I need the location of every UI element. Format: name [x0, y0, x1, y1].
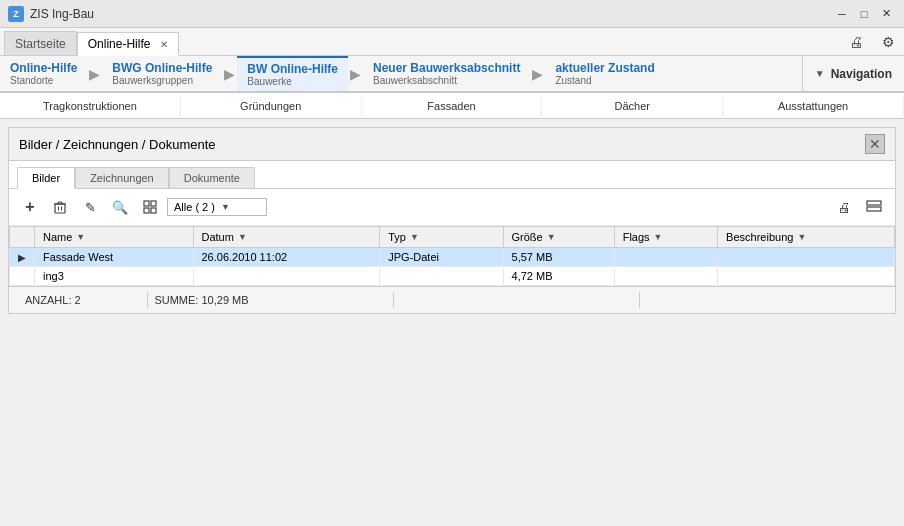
nav-item-3-label: Neuer Bauwerksabschnitt — [373, 61, 520, 75]
nav-arrow-1: ▶ — [222, 56, 237, 91]
row-name-1: ing3 — [35, 267, 194, 286]
inner-tab-dokumente[interactable]: Dokumente — [169, 167, 255, 188]
svg-rect-1 — [144, 201, 149, 206]
edit-file-button[interactable]: ✎ — [77, 195, 103, 219]
nav-item-2-label: BW Online-Hilfe — [247, 62, 338, 76]
nav-arrow-2: ▶ — [348, 56, 363, 91]
nav-item-1-label: BWG Online-Hilfe — [112, 61, 212, 75]
print-file-button[interactable]: 🖨 — [831, 195, 857, 219]
table-row[interactable]: ▶ Fassade West 26.06.2010 11:02 JPG-Date… — [10, 248, 895, 267]
nav-item-2[interactable]: BW Online-Hilfe Bauwerke — [237, 56, 348, 91]
secondary-nav: Tragkonstruktionen Gründungen Fassaden D… — [0, 93, 904, 119]
nav-item-0-sub: Standorte — [10, 75, 77, 86]
title-bar: Z ZIS Ing-Bau ─ □ ✕ — [0, 0, 904, 28]
add-file-button[interactable]: + — [17, 195, 43, 219]
col-name-header[interactable]: Name ▼ — [35, 227, 194, 248]
col-flags-label: Flags — [623, 231, 650, 243]
table-container: Name ▼ Datum ▼ Typ ▼ — [9, 226, 895, 286]
footer-summe: SUMME: 10,29 MB — [148, 292, 393, 308]
inner-tab-bar: Bilder Zeichnungen Dokumente — [9, 161, 895, 189]
col-beschreibung-header[interactable]: Beschreibung ▼ — [718, 227, 895, 248]
col-typ-sort: ▼ — [410, 232, 419, 242]
row-expand-1 — [10, 267, 35, 286]
row-expand-0: ▶ — [10, 248, 35, 267]
main-area: Bilder / Zeichnungen / Dokumente ✕ Bilde… — [8, 127, 896, 314]
tab-online-hilfe-close[interactable]: ✕ — [160, 39, 168, 50]
sec-nav-item-3[interactable]: Dächer — [542, 96, 723, 116]
col-datum-label: Datum — [202, 231, 234, 243]
dialog-close-button[interactable]: ✕ — [865, 134, 885, 154]
nav-breadcrumb: Online-Hilfe Standorte ▶ BWG Online-Hilf… — [0, 56, 802, 91]
svg-rect-3 — [144, 208, 149, 213]
svg-rect-0 — [55, 204, 65, 213]
col-groesse-sort: ▼ — [547, 232, 556, 242]
col-name-sort: ▼ — [76, 232, 85, 242]
dialog-title-text: Bilder / Zeichnungen / Dokumente — [19, 137, 216, 152]
app-icon: Z — [8, 6, 24, 22]
sec-nav-item-1[interactable]: Gründungen — [181, 96, 362, 116]
title-bar-left: Z ZIS Ing-Bau — [8, 6, 94, 22]
search-file-button[interactable]: 🔍 — [107, 195, 133, 219]
col-typ-label: Typ — [388, 231, 406, 243]
row-typ-1 — [380, 267, 503, 286]
filter-dropdown-arrow: ▼ — [221, 202, 230, 212]
nav-item-1[interactable]: BWG Online-Hilfe Bauwerksgruppen — [102, 56, 222, 91]
tab-startseite[interactable]: Startseite — [4, 31, 77, 55]
nav-item-0-label: Online-Hilfe — [10, 61, 77, 75]
grid2-button[interactable] — [861, 195, 887, 219]
inner-tab-bilder[interactable]: Bilder — [17, 167, 75, 189]
nav-item-3-sub: Bauwerksabschnitt — [373, 75, 520, 86]
col-flags-sort: ▼ — [654, 232, 663, 242]
tab-online-hilfe[interactable]: Online-Hilfe ✕ — [77, 32, 180, 56]
row-flags-0 — [614, 248, 717, 267]
col-datum-header[interactable]: Datum ▼ — [193, 227, 380, 248]
delete-file-button[interactable] — [47, 195, 73, 219]
nav-item-4-label: aktueller Zustand — [555, 61, 654, 75]
tab-online-hilfe-label: Online-Hilfe — [88, 37, 151, 51]
app-title: ZIS Ing-Bau — [30, 7, 94, 21]
col-groesse-header[interactable]: Größe ▼ — [503, 227, 614, 248]
col-flags-header[interactable]: Flags ▼ — [614, 227, 717, 248]
sec-nav-item-2[interactable]: Fassaden — [362, 96, 543, 116]
navigation-button[interactable]: ▼ Navigation — [802, 56, 904, 91]
title-bar-controls: ─ □ ✕ — [832, 5, 896, 23]
nav-item-0[interactable]: Online-Hilfe Standorte — [0, 56, 87, 91]
print-toolbar-button[interactable]: 🖨 — [844, 31, 868, 53]
inner-tab-zeichnungen[interactable]: Zeichnungen — [75, 167, 169, 188]
minimize-button[interactable]: ─ — [832, 5, 852, 23]
row-datum-1 — [193, 267, 380, 286]
nav-item-3[interactable]: Neuer Bauwerksabschnitt Bauwerksabschnit… — [363, 56, 530, 91]
footer-empty1 — [394, 292, 639, 308]
footer-empty2 — [640, 292, 885, 308]
nav-item-2-sub: Bauwerke — [247, 76, 338, 87]
tab-bar: Startseite Online-Hilfe ✕ 🖨 ⚙ — [0, 28, 904, 56]
settings-toolbar-button[interactable]: ⚙ — [876, 31, 900, 53]
row-beschreibung-1 — [718, 267, 895, 286]
row-groesse-0: 5,57 MB — [503, 248, 614, 267]
nav-item-4[interactable]: aktueller Zustand Zustand — [545, 56, 664, 91]
maximize-button[interactable]: □ — [854, 5, 874, 23]
nav-item-1-sub: Bauwerksgruppen — [112, 75, 212, 86]
col-typ-header[interactable]: Typ ▼ — [380, 227, 503, 248]
col-beschreibung-sort: ▼ — [797, 232, 806, 242]
tab-startseite-label: Startseite — [15, 37, 66, 51]
row-beschreibung-0 — [718, 248, 895, 267]
table-row[interactable]: ing3 4,72 MB — [10, 267, 895, 286]
svg-rect-5 — [867, 201, 881, 205]
col-beschreibung-label: Beschreibung — [726, 231, 793, 243]
sec-nav-item-4[interactable]: Ausstattungen — [723, 96, 904, 116]
tab-bar-right: 🖨 ⚙ — [844, 31, 900, 55]
grid-view-button[interactable] — [137, 195, 163, 219]
row-name-0: Fassade West — [35, 248, 194, 267]
footer-anzahl: ANZAHL: 2 — [19, 292, 147, 308]
nav-bar: Online-Hilfe Standorte ▶ BWG Online-Hilf… — [0, 56, 904, 93]
row-groesse-1: 4,72 MB — [503, 267, 614, 286]
svg-rect-6 — [867, 207, 881, 211]
sec-nav-item-0[interactable]: Tragkonstruktionen — [0, 96, 181, 116]
dialog-title-bar: Bilder / Zeichnungen / Dokumente ✕ — [9, 128, 895, 161]
close-button[interactable]: ✕ — [876, 5, 896, 23]
filter-dropdown[interactable]: Alle ( 2 ) ▼ — [167, 198, 267, 216]
nav-right-arrow: ▼ — [815, 68, 825, 79]
file-table: Name ▼ Datum ▼ Typ ▼ — [9, 226, 895, 286]
nav-item-4-sub: Zustand — [555, 75, 654, 86]
